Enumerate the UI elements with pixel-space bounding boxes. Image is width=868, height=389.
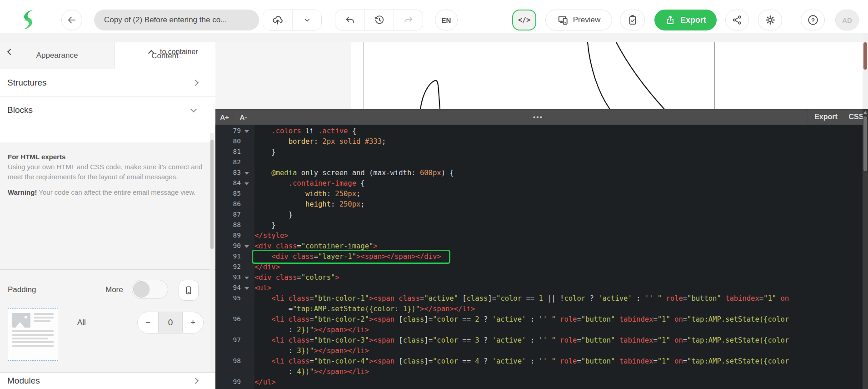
code-token: 2px solid #333 (322, 137, 382, 146)
fold-arrow-icon[interactable] (244, 277, 249, 279)
stepper-value[interactable]: 0 (158, 312, 183, 333)
fold-arrow-icon[interactable] (244, 182, 249, 185)
back-button[interactable] (61, 10, 82, 30)
code-line[interactable]: </style> (254, 231, 289, 241)
code-token: = (254, 305, 293, 313)
version-history-button[interactable] (364, 10, 394, 30)
code-line[interactable]: } (254, 147, 276, 157)
fold-arrow-icon[interactable] (244, 130, 249, 133)
code-line[interactable]: : 2})"></span></li> (254, 325, 369, 335)
padding-all-label: All (77, 318, 86, 327)
settings-button[interactable] (758, 10, 782, 30)
code-line[interactable]: <li class="btn-color-3"><span [class]="c… (254, 335, 789, 346)
code-line[interactable]: : 4})"></span></li> (254, 367, 369, 377)
share-button[interactable] (725, 10, 749, 30)
help-button[interactable]: ? (801, 10, 825, 30)
font-increase-button[interactable]: A+ (215, 109, 234, 125)
code-editor[interactable]: 7980818283848586878889909192939495969798… (215, 125, 863, 389)
code-editor-toggle-button[interactable]: </> (512, 10, 536, 30)
code-token: tabindex (619, 357, 653, 365)
language-button[interactable]: EN (435, 10, 458, 30)
code-line[interactable]: } (254, 220, 276, 231)
user-avatar[interactable]: AD (835, 10, 859, 30)
code-line[interactable]: width: 250px; (254, 189, 360, 199)
code-token: { (348, 127, 356, 135)
code-line[interactable]: </div> (254, 262, 280, 273)
sidebar-item-blocks[interactable]: Blocks (0, 97, 215, 123)
code-editor-scrollbar[interactable] (863, 109, 868, 389)
email-title-field[interactable]: Copy of (2) Before entering the co... (94, 10, 259, 30)
preview-button[interactable]: Preview (545, 10, 612, 30)
code-line[interactable]: <li class="btn-color-2"><span [class]="c… (254, 314, 789, 325)
stepper-increment-button[interactable]: + (183, 312, 203, 333)
redo-button[interactable] (394, 10, 423, 30)
blocks-label: Blocks (7, 105, 33, 115)
code-token: height (305, 200, 331, 208)
language-label: EN (442, 16, 451, 24)
editor-drag-handle[interactable]: ••• (515, 109, 561, 125)
upload-button[interactable] (263, 10, 292, 30)
tab-appearance[interactable]: Appearance (0, 42, 115, 69)
undo-button[interactable] (335, 10, 364, 30)
code-line[interactable]: @media only screen and (max-width: 600px… (254, 168, 454, 178)
editor-export-button[interactable]: Export (808, 109, 844, 125)
code-line[interactable]: <div class="colors"> (254, 273, 339, 283)
fold-arrow-icon[interactable] (244, 287, 249, 290)
code-line[interactable]: <div class="layer-1"><span></span></div> (254, 252, 441, 262)
code-token (547, 357, 551, 365)
mobile-icon (184, 285, 194, 295)
avatar-initials: AD (842, 16, 852, 24)
fold-arrow-icon[interactable] (244, 245, 249, 248)
code-line[interactable]: : 3})"></span></li> (254, 346, 369, 356)
code-line[interactable]: } (254, 210, 293, 220)
sidebar-item-modules[interactable]: Modules (0, 372, 215, 389)
code-line[interactable]: .colors li .active { (254, 126, 356, 136)
code-token: class (289, 294, 310, 303)
code-token: : (254, 368, 297, 376)
code-line[interactable]: .container-image { (254, 178, 365, 189)
clipboard-check-icon (627, 15, 638, 25)
code-line[interactable]: <ul> (254, 283, 271, 293)
code-line[interactable]: height: 250px; (254, 199, 365, 210)
code-token: tabindex (619, 336, 653, 344)
code-token: = (309, 336, 314, 344)
code-token: tabindex (725, 294, 759, 303)
test-checklist-button[interactable] (620, 10, 645, 30)
padding-more-toggle[interactable] (132, 280, 168, 299)
code-token: "layer-1" (318, 253, 356, 261)
code-token (615, 357, 619, 365)
fold-arrow-icon[interactable] (244, 172, 249, 175)
code-editor-scrollbar-thumb[interactable] (863, 116, 867, 171)
line-number: 93 (233, 273, 241, 281)
code-token: "color (433, 357, 458, 365)
code-line[interactable]: border: 2px solid #333; (254, 136, 386, 147)
stepper-decrement-button[interactable]: − (138, 312, 158, 333)
code-token: ? (479, 357, 492, 365)
code-line[interactable]: </ul> (254, 377, 276, 388)
padding-mobile-button[interactable] (179, 280, 199, 301)
code-token: role (560, 315, 577, 323)
code-token: ><span (369, 357, 394, 365)
code-token (284, 357, 288, 365)
code-line[interactable]: <div class="container-image"> (254, 241, 378, 252)
page-scrollbar-thumb[interactable] (863, 42, 867, 70)
code-token: ><span></span></div> (356, 253, 441, 261)
to-container-link[interactable]: to container (160, 48, 198, 56)
code-token: 2 (475, 315, 479, 323)
save-options-dropdown[interactable] (292, 10, 321, 30)
font-decrease-button[interactable]: A- (234, 109, 253, 125)
export-button[interactable]: Export (654, 10, 717, 30)
sidebar-item-structures[interactable]: Structures (0, 69, 215, 97)
code-token: " (551, 357, 555, 365)
code-token: "color (433, 336, 458, 344)
code-token: class (293, 253, 314, 261)
sidebar-scrollbar[interactable] (210, 133, 214, 372)
email-canvas[interactable] (215, 42, 863, 109)
sidebar-scrollbar-thumb[interactable] (210, 140, 214, 249)
code-line[interactable]: <li class="btn-color-1"><span class="act… (254, 293, 789, 304)
code-line[interactable]: ="tap:AMP.setState({color: 1})"></span><… (254, 304, 475, 314)
scrollbar-up-arrow[interactable] (863, 111, 867, 114)
code-line[interactable]: <li class="btn-color-4"><span [class]="c… (254, 356, 789, 367)
code-token: { (356, 179, 365, 187)
code-token: <li (271, 315, 284, 323)
